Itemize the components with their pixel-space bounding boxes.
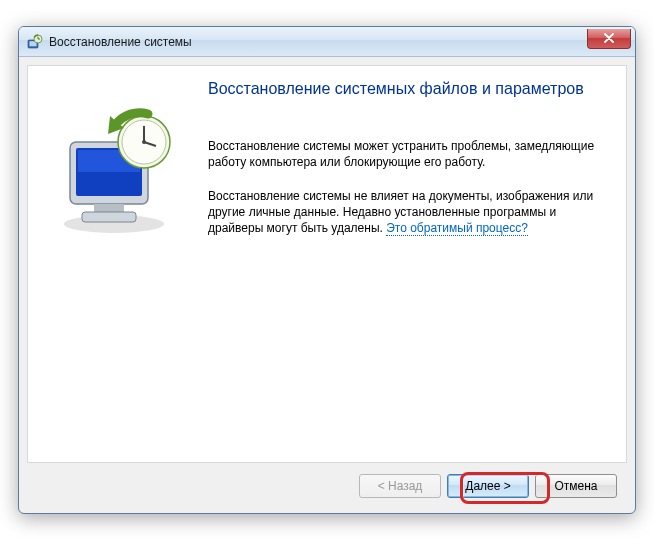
titlebar: Восстановление системы xyxy=(19,27,635,57)
restore-illustration xyxy=(56,106,186,236)
cancel-button[interactable]: Отмена xyxy=(535,474,617,498)
svg-rect-9 xyxy=(82,212,136,222)
intro-paragraph-1: Восстановление системы может устранить п… xyxy=(208,138,606,170)
svg-rect-8 xyxy=(94,204,124,212)
close-button[interactable] xyxy=(587,29,631,49)
system-restore-dialog: Восстановление системы xyxy=(18,26,636,514)
svg-point-14 xyxy=(142,140,146,144)
back-button: < Назад xyxy=(359,474,441,498)
reversible-process-link[interactable]: Это обратимый процесс? xyxy=(386,221,528,236)
intro-paragraph-2: Восстановление системы не влияет на доку… xyxy=(208,188,606,237)
window-title: Восстановление системы xyxy=(49,35,587,49)
content-area: Восстановление системных файлов и параме… xyxy=(27,65,627,463)
page-heading: Восстановление системных файлов и параме… xyxy=(208,80,584,98)
button-bar: < Назад Далее > Отмена xyxy=(27,467,627,505)
next-button[interactable]: Далее > xyxy=(447,474,529,498)
close-icon xyxy=(603,33,615,43)
system-restore-icon xyxy=(27,34,43,50)
